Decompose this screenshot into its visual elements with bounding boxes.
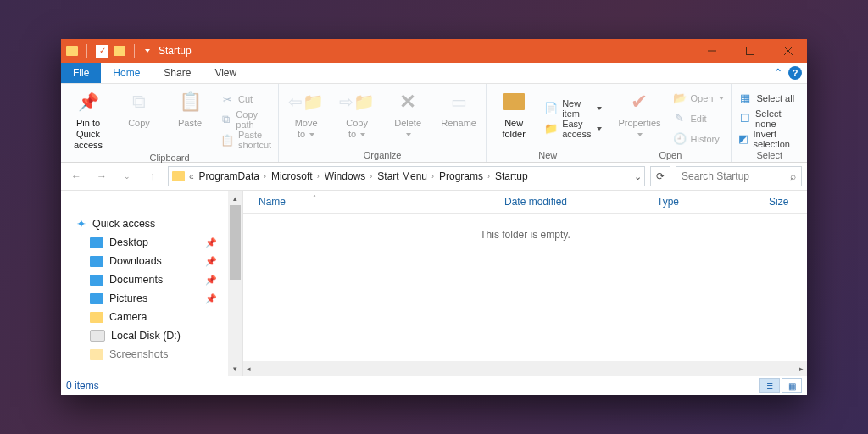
scroll-down-icon[interactable]: ▾ bbox=[228, 361, 242, 376]
window-title: Startup bbox=[159, 45, 192, 57]
easy-access-icon: 📁 bbox=[544, 122, 558, 135]
sidebar-item-documents[interactable]: Documents📌 bbox=[61, 270, 242, 289]
ribbon-group-select: ▦Select all ☐Select none ◩Invert selecti… bbox=[732, 84, 807, 162]
rename-button[interactable]: ▭ Rename bbox=[435, 86, 482, 150]
empty-folder-message: This folder is empty. bbox=[243, 229, 807, 241]
delete-button[interactable]: ✕ Delete bbox=[384, 86, 431, 150]
recent-locations-button[interactable]: ⌄ bbox=[117, 166, 137, 186]
view-large-icons-button[interactable]: ▦ bbox=[782, 378, 802, 393]
pin-to-quick-access-button[interactable]: 📌 Pin to Quick access bbox=[64, 86, 112, 153]
chevron-right-icon: › bbox=[487, 172, 490, 181]
breadcrumb-item[interactable]: Programs› bbox=[437, 170, 492, 182]
title-bar: ✓ Startup bbox=[61, 39, 807, 63]
column-type[interactable]: Type bbox=[623, 196, 733, 208]
tab-view[interactable]: View bbox=[203, 63, 248, 83]
group-label-select: Select bbox=[735, 150, 804, 162]
sidebar-item-local-disk-d[interactable]: Local Disk (D:) bbox=[61, 326, 242, 345]
invert-selection-icon: ◩ bbox=[738, 132, 748, 145]
edit-button[interactable]: ✎Edit bbox=[670, 109, 728, 128]
breadcrumb-item[interactable]: Windows› bbox=[322, 170, 376, 182]
select-all-button[interactable]: ▦Select all bbox=[735, 89, 804, 108]
item-count-label: 0 items bbox=[66, 380, 99, 392]
separator bbox=[86, 44, 87, 58]
search-input[interactable]: Search Startup ⌕ bbox=[676, 166, 802, 186]
horizontal-scrollbar[interactable]: ◂ ▸ bbox=[243, 361, 807, 376]
new-folder-qat-icon[interactable] bbox=[114, 46, 125, 56]
sidebar-item-desktop[interactable]: Desktop📌 bbox=[61, 233, 242, 252]
properties-qat-icon[interactable]: ✓ bbox=[96, 45, 108, 58]
up-button[interactable]: ↑ bbox=[142, 166, 163, 186]
new-item-icon: 📄 bbox=[544, 102, 558, 114]
invert-selection-button[interactable]: ◩Invert selection bbox=[735, 130, 804, 148]
maximize-button[interactable] bbox=[731, 39, 769, 63]
tab-share[interactable]: Share bbox=[152, 63, 203, 83]
open-button[interactable]: 📂Open bbox=[670, 89, 728, 108]
copy-path-button[interactable]: ⧉Copy path bbox=[217, 110, 275, 129]
explorer-body: ✦ Quick access Desktop📌 Downloads📌 Docum… bbox=[61, 191, 807, 376]
folder-icon bbox=[90, 312, 103, 323]
breadcrumb-item[interactable]: Startup bbox=[492, 170, 531, 182]
breadcrumb-item[interactable]: Start Menu› bbox=[375, 170, 437, 182]
paste-button[interactable]: 📋 Paste bbox=[166, 86, 214, 153]
breadcrumb-item[interactable]: ProgramData› bbox=[197, 170, 269, 182]
sidebar-scrollbar[interactable]: ▴ ▾ bbox=[228, 191, 242, 376]
breadcrumb-overflow[interactable]: « bbox=[186, 172, 197, 181]
status-bar: 0 items ≣ ▦ bbox=[61, 376, 807, 395]
column-size[interactable]: Size bbox=[733, 196, 788, 208]
new-folder-button[interactable]: New folder bbox=[490, 86, 537, 150]
chevron-right-icon: › bbox=[370, 172, 372, 181]
sidebar-item-downloads[interactable]: Downloads📌 bbox=[61, 252, 242, 270]
open-icon: 📂 bbox=[673, 92, 687, 104]
scrollbar-thumb[interactable] bbox=[230, 205, 241, 280]
column-date-modified[interactable]: Date modified bbox=[386, 196, 623, 208]
pin-icon: 📌 bbox=[205, 237, 217, 248]
scroll-up-icon[interactable]: ▴ bbox=[228, 191, 242, 205]
sidebar-quick-access[interactable]: ✦ Quick access bbox=[61, 214, 242, 233]
paste-shortcut-button[interactable]: 📋Paste shortcut bbox=[217, 131, 275, 149]
copy-button[interactable]: ⧉ Copy bbox=[115, 86, 163, 153]
sidebar-item-screenshots[interactable]: Screenshots bbox=[61, 345, 242, 364]
copy-path-icon: ⧉ bbox=[220, 113, 231, 126]
scroll-right-icon[interactable]: ▸ bbox=[799, 364, 804, 373]
easy-access-button[interactable]: 📁Easy access bbox=[541, 120, 605, 138]
disk-icon bbox=[90, 330, 105, 342]
pin-icon: 📌 bbox=[205, 256, 217, 267]
address-dropdown-icon[interactable]: ⌄ bbox=[634, 171, 642, 182]
pin-icon: 📌 bbox=[78, 92, 99, 112]
forward-button[interactable]: → bbox=[92, 166, 112, 186]
select-all-icon: ▦ bbox=[738, 92, 752, 104]
delete-icon: ✕ bbox=[399, 90, 416, 114]
close-button[interactable] bbox=[769, 39, 807, 63]
qat-dropdown-icon[interactable] bbox=[145, 49, 150, 53]
rename-icon: ▭ bbox=[451, 92, 467, 112]
collapse-ribbon-icon[interactable]: ⌃ bbox=[773, 66, 783, 80]
minimize-button[interactable] bbox=[693, 39, 731, 63]
cut-button[interactable]: ✂Cut bbox=[217, 90, 275, 108]
sidebar-item-camera[interactable]: Camera bbox=[61, 308, 242, 326]
folder-icon bbox=[172, 171, 185, 181]
folder-icon bbox=[90, 349, 103, 360]
copy-to-button[interactable]: ⇨📁 Copy to bbox=[333, 86, 381, 150]
properties-button[interactable]: ✔ Properties bbox=[613, 86, 665, 150]
move-to-button[interactable]: ⇦📁 Move to bbox=[282, 86, 330, 150]
address-bar[interactable]: « ProgramData› Microsoft› Windows› Start… bbox=[168, 166, 645, 186]
sidebar-item-pictures[interactable]: Pictures📌 bbox=[61, 289, 242, 308]
scroll-left-icon[interactable]: ◂ bbox=[247, 364, 251, 373]
new-item-button[interactable]: 📄New item bbox=[541, 99, 605, 118]
downloads-icon bbox=[90, 256, 103, 267]
select-none-button[interactable]: ☐Select none bbox=[735, 109, 804, 128]
window-controls bbox=[693, 39, 807, 63]
help-icon[interactable]: ? bbox=[788, 66, 802, 80]
breadcrumb-item[interactable]: Microsoft› bbox=[269, 170, 322, 182]
back-button[interactable]: ← bbox=[66, 166, 86, 186]
refresh-button[interactable]: ⟳ bbox=[650, 166, 670, 186]
ribbon-tabstrip: File Home Share View ⌃ ? bbox=[61, 63, 807, 84]
tab-file[interactable]: File bbox=[61, 63, 101, 83]
group-label-open: Open bbox=[613, 150, 727, 162]
view-details-button[interactable]: ≣ bbox=[760, 378, 780, 393]
column-name[interactable]: ˄Name bbox=[243, 196, 386, 208]
group-label-organize: Organize bbox=[282, 150, 482, 162]
new-folder-icon bbox=[503, 93, 525, 110]
tab-home[interactable]: Home bbox=[101, 63, 152, 83]
history-button[interactable]: 🕘History bbox=[670, 130, 728, 148]
